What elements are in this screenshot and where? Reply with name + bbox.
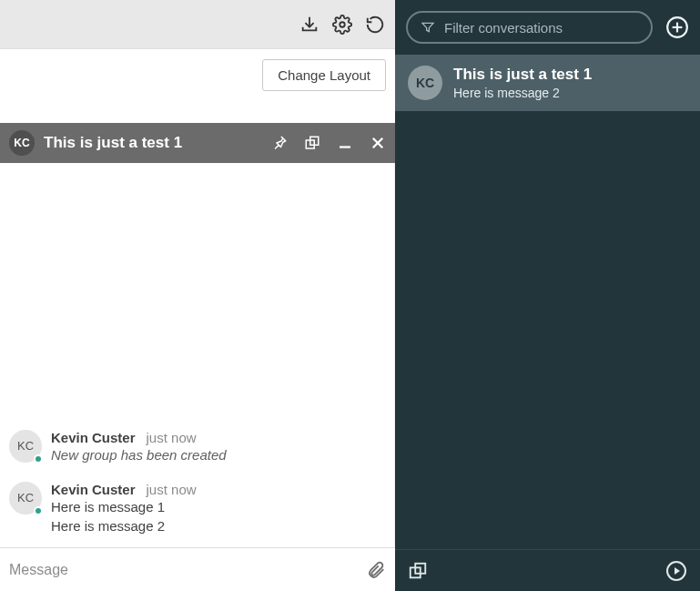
svg-point-0 — [340, 22, 345, 27]
conversation-avatar: KC — [408, 66, 442, 100]
chat-message-list: KCKevin Custerjust nowNew group has been… — [0, 163, 395, 547]
conversation-sidebar: KCThis is just a test 1Here is message 2 — [395, 0, 700, 591]
message-composer — [0, 547, 395, 591]
message-input[interactable] — [9, 562, 359, 578]
chat-window-header: KC This is just a test 1 — [0, 123, 395, 163]
spacer — [0, 100, 395, 123]
filter-box[interactable] — [406, 11, 653, 44]
conversation-title: This is just a test 1 — [453, 66, 592, 84]
pin-icon[interactable] — [271, 135, 288, 151]
filter-row — [395, 0, 700, 55]
conversation-preview: Here is message 2 — [453, 86, 592, 100]
popout-icon[interactable] — [304, 135, 320, 151]
presence-indicator — [34, 454, 43, 464]
close-icon[interactable] — [370, 135, 386, 151]
top-toolbar — [0, 0, 395, 49]
attachment-icon[interactable] — [366, 560, 386, 580]
download-icon[interactable] — [299, 14, 320, 36]
chat-message: KCKevin Custerjust nowNew group has been… — [9, 430, 385, 465]
refresh-icon[interactable] — [364, 14, 386, 36]
message-time: just now — [147, 430, 197, 445]
change-layout-button[interactable]: Change Layout — [262, 59, 386, 91]
conversation-item[interactable]: KCThis is just a test 1Here is message 2 — [395, 55, 700, 111]
play-icon[interactable] — [665, 560, 687, 582]
message-author: Kevin Custer — [51, 430, 136, 445]
svg-marker-12 — [675, 567, 680, 575]
message-line: Here is message 1 — [51, 497, 385, 517]
main-pane: Change Layout KC This is just a test 1 — [0, 0, 395, 591]
filter-input[interactable] — [444, 20, 638, 36]
new-conversation-icon[interactable] — [665, 15, 689, 39]
sidebar-footer — [395, 549, 700, 591]
gear-icon[interactable] — [331, 14, 353, 36]
filter-icon — [421, 20, 435, 35]
conversation-list: KCThis is just a test 1Here is message 2 — [395, 55, 700, 549]
minimize-icon[interactable] — [337, 135, 353, 151]
message-line: New group has been created — [51, 445, 385, 465]
message-author: Kevin Custer — [51, 482, 136, 497]
layout-controls: Change Layout — [0, 49, 395, 100]
windows-icon[interactable] — [408, 561, 428, 581]
message-line: Here is message 2 — [51, 516, 385, 536]
presence-indicator — [34, 506, 43, 515]
chat-header-avatar: KC — [9, 130, 35, 156]
message-time: just now — [147, 482, 197, 497]
chat-window-title: This is just a test 1 — [44, 134, 262, 152]
chat-message: KCKevin Custerjust nowHere is message 1H… — [9, 482, 385, 537]
